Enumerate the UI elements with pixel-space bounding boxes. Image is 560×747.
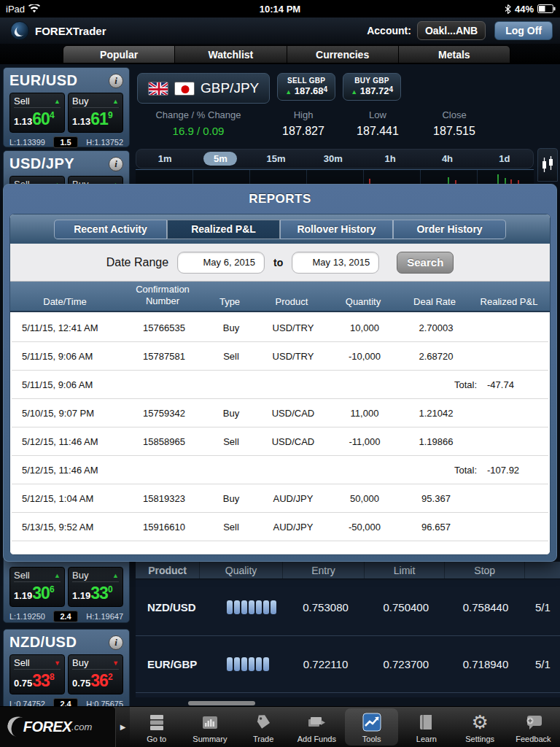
account-button[interactable]: Oakl...ANB	[417, 21, 486, 40]
down-arrow-icon: ▼	[112, 659, 119, 667]
forextrader-logo-icon	[10, 21, 29, 40]
report-row[interactable]: 5/10/15, 9:07 PM 15759342 Buy USD/CAD 11…	[12, 399, 548, 427]
summary-icon	[201, 712, 219, 732]
toolbar-add-funds[interactable]: Add Funds	[290, 707, 343, 747]
change-value: 16.9 / 0.09	[137, 125, 260, 137]
tab-recent-activity[interactable]: Recent Activity	[54, 220, 167, 239]
candlestick-icon	[541, 155, 554, 174]
tab-rollover-history[interactable]: Rollover History	[280, 220, 393, 239]
toolbar-goto[interactable]: Go to	[130, 707, 183, 747]
info-icon[interactable]: i	[109, 157, 123, 171]
high-label: High	[273, 109, 334, 120]
tab-realized-pl[interactable]: Realized P&L	[167, 220, 280, 239]
report-row[interactable]: 5/12/15, 1:04 AM 15819323 Buy AUD/JPY 50…	[12, 484, 548, 513]
report-row[interactable]: 5/12/15, 11:46 AM 15858965 Sell USD/CAD …	[12, 427, 548, 456]
change-label: Change / % Change	[137, 109, 260, 120]
toolbar-tools[interactable]: Tools	[345, 708, 398, 746]
timeframe-1h[interactable]: 1h	[362, 153, 419, 164]
horizontal-scrollbar[interactable]	[188, 701, 255, 705]
to-label: to	[273, 257, 283, 268]
report-row[interactable]: 5/13/15, 9:52 AM 15916610 Sell AUD/JPY -…	[12, 513, 548, 541]
orders-table-body: NZD/USD 0.753080 0.750400 0.758440 5/1 E…	[136, 579, 560, 697]
toolbar-settings[interactable]: ⚙ Settings	[454, 707, 507, 747]
reports-modal: REPORTS Recent Activity Realized P&L Rol…	[3, 184, 557, 562]
pair-selector-button[interactable]: GBP/JPY	[137, 73, 270, 104]
quality-bars	[227, 600, 276, 614]
tab-popular[interactable]: Popular	[63, 46, 175, 63]
high-value: H:1.13752	[86, 138, 123, 147]
date-to-input[interactable]: May 13, 2015	[292, 252, 379, 274]
col-limit: Limit	[365, 562, 445, 578]
timeframe-15m[interactable]: 15m	[247, 153, 304, 164]
col-product: Product	[136, 562, 200, 578]
toolbar-summary[interactable]: Summary	[183, 707, 236, 747]
tab-order-history[interactable]: Order History	[393, 220, 506, 239]
timeframe-30m[interactable]: 30m	[305, 153, 362, 164]
buy-button[interactable]: Buy▲ 1.13619	[68, 93, 123, 133]
col-realized-pl: Realized P&L	[472, 296, 545, 311]
wifi-icon	[28, 4, 40, 13]
app-title: FOREXTrader	[35, 25, 106, 37]
swoosh-icon	[4, 713, 35, 741]
timeframe-4h[interactable]: 4h	[419, 153, 475, 164]
uk-flag-icon	[148, 82, 168, 96]
pair-title: NZD/USD	[9, 634, 77, 651]
add-funds-icon	[306, 712, 327, 732]
clock: 10:14 PM	[0, 4, 560, 15]
gear-icon: ⚙	[471, 712, 488, 732]
chart-type-button[interactable]	[537, 148, 558, 182]
date-range-row: Date Range May 6, 2015 to May 13, 2015 S…	[10, 244, 550, 282]
close-value: 187.515	[421, 125, 487, 138]
sell-button[interactable]: Sell▲ 1.19306	[9, 567, 65, 607]
orders-table-header: Product Quality Entry Limit Stop	[136, 562, 560, 579]
order-row-nzdusd[interactable]: NZD/USD 0.753080 0.750400 0.758440 5/1	[136, 579, 560, 636]
feedback-bubble-icon	[524, 712, 542, 732]
timeframe-5m[interactable]: 5m	[203, 152, 237, 166]
tools-chart-icon	[362, 712, 381, 732]
device-label: iPad	[6, 4, 25, 15]
buy-button[interactable]: Buy▲ 1.19330	[68, 567, 123, 607]
total-value: -107.92	[487, 465, 548, 476]
low-value: L:1.13399	[9, 138, 45, 147]
col-type: Type	[206, 296, 254, 311]
price-chart[interactable]	[136, 169, 534, 184]
quality-bars	[227, 657, 269, 671]
pair-label: GBP/JPY	[201, 80, 259, 96]
search-button[interactable]: Search	[397, 252, 454, 274]
info-icon[interactable]: i	[109, 635, 123, 650]
info-icon[interactable]: i	[109, 74, 123, 88]
sell-button[interactable]: Sell▼ 0.75338	[9, 654, 65, 694]
pair-title: USD/JPY	[9, 155, 74, 172]
chevron-right-icon[interactable]: ▶	[115, 707, 130, 747]
sell-gbp-button[interactable]: SELL GBP ▲ 187.684	[277, 73, 335, 101]
date-from-input[interactable]: May 6, 2015	[177, 252, 265, 274]
timeframe-1d[interactable]: 1d	[476, 153, 533, 164]
battery-percent: 44%	[515, 4, 534, 15]
tab-currencies[interactable]: Currencies	[287, 46, 399, 63]
toolbar-trade[interactable]: Trade	[237, 707, 290, 747]
up-arrow-icon: ▲	[54, 572, 61, 579]
spread-badge: 2.4	[53, 611, 77, 622]
buy-button[interactable]: Buy▼ 0.75362	[68, 654, 123, 694]
timeframe-1m[interactable]: 1m	[136, 153, 193, 164]
toolbar-learn[interactable]: Learn	[400, 707, 453, 747]
tab-watchlist[interactable]: Watchlist	[175, 46, 287, 63]
pair-title: EUR/USD	[9, 72, 78, 89]
logoff-button[interactable]: Log Off	[494, 21, 553, 40]
high-value: H:1.19647	[86, 612, 123, 621]
sell-button[interactable]: Sell▲ 1.13604	[9, 93, 65, 133]
down-arrow-icon: ▼	[54, 659, 61, 667]
reports-table-header: Date/Time Confirmation Number Type Produ…	[10, 282, 550, 312]
up-arrow-icon: ▲	[285, 88, 292, 96]
account-label: Account:	[367, 25, 411, 36]
order-row-eurgbp[interactable]: EUR/GBP 0.722110 0.723700 0.718940 5/1	[136, 636, 560, 693]
instrument-stats: Change / % Change 16.9 / 0.09 High 187.8…	[137, 109, 500, 138]
buy-gbp-button[interactable]: BUY GBP ▲ 187.724	[343, 73, 401, 101]
report-row[interactable]: 5/11/15, 9:06 AM 15787581 Sell USD/TRY -…	[12, 342, 548, 371]
reports-table-body: 5/11/15, 12:41 AM 15766535 Buy USD/TRY 1…	[10, 312, 550, 554]
low-label: Low	[347, 109, 408, 120]
tab-metals[interactable]: Metals	[399, 46, 510, 63]
report-row[interactable]: 5/11/15, 12:41 AM 15766535 Buy USD/TRY 1…	[12, 314, 548, 342]
goto-icon	[148, 712, 166, 732]
toolbar-feedback[interactable]: Feedback	[507, 707, 560, 747]
